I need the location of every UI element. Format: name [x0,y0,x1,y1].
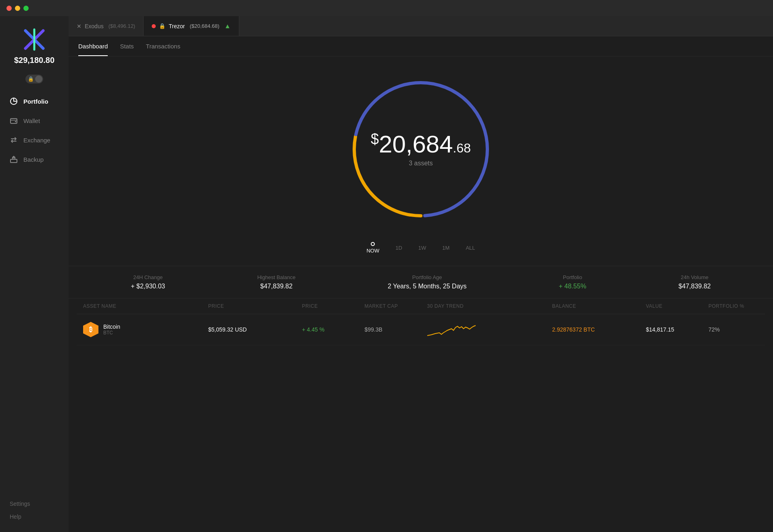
btc-portfolio-pct: 72% [708,326,758,333]
col-30day-trend: 30 DAY TREND [427,303,552,309]
sidebar-item-wallet[interactable]: Wallet [0,111,69,130]
table-header: ASSET NAME PRICE PRICE MARKET CAP 30 DAY… [77,298,765,314]
app-logo-icon [22,27,46,52]
sidebar-item-portfolio[interactable]: Portfolio [0,92,69,111]
btc-value: $14,817.15 [646,326,708,333]
sidebar-bottom: Settings Help [0,494,69,532]
titlebar [0,0,773,16]
btc-name-info: Bitcoin BTC [103,323,120,336]
dashboard-body: $20,684.68 3 assets NOW 1D 1W [69,56,773,532]
stat-24h-volume-value: $47,839.82 [679,283,711,290]
stat-24h-volume-label: 24h Volume [681,274,708,280]
table-row[interactable]: ₿ Bitcoin BTC $5,059.32 USD + 4.45 % $99… [77,314,765,345]
stat-24h-volume: 24h Volume $47,839.82 [679,274,711,290]
col-portfolio-pct: PORTFOLIO % [708,303,758,309]
col-price2: PRICE [302,303,365,309]
donut-dollar-sign: $ [371,131,379,147]
minimize-button[interactable] [15,6,20,11]
sidebar-lock: 🔒 [0,75,69,83]
time-all-label: ALL [466,245,475,251]
time-1d-label: 1D [395,245,402,251]
trezor-arrow-icon: ▲ [224,23,231,30]
stats-bar: 24H Change + $2,930.03 Highest Balance $… [69,266,773,298]
col-asset-name: ASSET NAME [83,303,208,309]
chart-area: $20,684.68 3 assets NOW 1D 1W [69,56,773,262]
wallet-icon [10,117,18,125]
time-1d[interactable]: 1D [395,245,402,251]
col-balance: BALANCE [552,303,646,309]
col-market-cap: MARKET CAP [365,303,427,309]
donut-main-amount: 20,684 [379,131,453,158]
backup-icon [10,155,18,163]
btc-mcap: $99.3B [365,326,427,333]
close-button[interactable] [6,6,12,11]
stat-portfolio: Portfolio + 48.55% [559,274,586,290]
stat-portfolio-age-label: Portfolio Age [412,274,442,280]
trezor-tab-label: Trezor [169,23,185,29]
stat-highest-balance-label: Highest Balance [257,274,296,280]
stat-24h-change-value: + $2,930.03 [131,283,165,290]
maximize-button[interactable] [23,6,29,11]
time-1w[interactable]: 1W [418,245,426,251]
btc-name: Bitcoin [103,323,120,330]
sidebar-logo: $29,180.80 [0,16,69,71]
col-price: PRICE [208,303,302,309]
stat-24h-change: 24H Change + $2,930.03 [131,274,165,290]
btc-icon: ₿ [83,322,98,337]
donut-cents: .68 [453,141,471,155]
time-1w-label: 1W [418,245,426,251]
sidebar-item-exchange[interactable]: Exchange [0,130,69,150]
tab-transactions[interactable]: Transactions [146,43,180,56]
donut-amount: $20,684.68 [371,132,471,156]
time-now-label: NOW [366,248,379,254]
exodus-tab-amount: ($8,496.12) [109,23,136,29]
stat-portfolio-value: + 48.55% [559,283,586,290]
exchange-icon [10,136,18,144]
tab-exodus[interactable]: ✕ Exodus ($8,496.12) [69,16,144,36]
tab-trezor[interactable]: 🔒 Trezor ($20,684.68) ▲ [144,16,239,36]
stat-highest-balance: Highest Balance $47,839.82 [257,274,296,290]
asset-name-cell-btc: ₿ Bitcoin BTC [83,322,208,337]
main-content: ✕ Exodus ($8,496.12) 🔒 Trezor ($20,684.6… [69,16,773,532]
donut-assets-label: 3 assets [371,160,471,167]
tab-dashboard[interactable]: Dashboard [78,43,108,56]
help-item[interactable]: Help [10,513,59,520]
time-all[interactable]: ALL [466,245,475,251]
assets-table: ASSET NAME PRICE PRICE MARKET CAP 30 DAY… [69,298,773,345]
nav-items: Portfolio Wallet [0,92,69,494]
exodus-tab-label: Exodus [85,23,104,29]
stat-portfolio-age-value: 2 Years, 5 Months, 25 Days [388,283,467,290]
tab-stats[interactable]: Stats [120,43,134,56]
sidebar: $29,180.80 🔒 Portfolio [0,16,69,532]
backup-label: Backup [23,156,44,163]
portfolio-icon [10,97,18,105]
tab-bar: ✕ Exodus ($8,496.12) 🔒 Trezor ($20,684.6… [69,16,773,36]
exchange-label: Exchange [23,137,50,144]
trezor-tab-amount: ($20,684.68) [190,23,219,29]
total-balance: $29,180.80 [14,56,54,65]
lock-toggle[interactable]: 🔒 [25,75,43,83]
svg-rect-7 [10,159,17,163]
lock-dot [35,75,42,83]
app-wrapper: $29,180.80 🔒 Portfolio [0,16,773,532]
stat-24h-change-label: 24H Change [133,274,163,280]
time-1m[interactable]: 1M [442,245,449,251]
stat-portfolio-label: Portfolio [563,274,582,280]
svg-rect-6 [15,121,16,122]
sub-nav: Dashboard Stats Transactions [69,36,773,56]
col-value: VALUE [646,303,708,309]
time-selector: NOW 1D 1W 1M ALL [366,238,475,258]
sidebar-item-backup[interactable]: Backup [0,150,69,169]
wallet-label: Wallet [23,117,40,124]
btc-change: + 4.45 % [302,326,365,333]
stat-highest-balance-value: $47,839.82 [260,283,292,290]
donut-wrapper: $20,684.68 3 assets [336,65,506,234]
donut-center: $20,684.68 3 assets [371,132,471,167]
btc-price: $5,059.32 USD [208,326,302,333]
trezor-lock-icon: 🔒 [159,23,165,29]
time-now[interactable]: NOW [366,242,379,254]
btc-sparkline [427,321,476,338]
settings-item[interactable]: Settings [10,501,59,507]
exodus-x-icon: ✕ [77,23,81,29]
time-dot-now [371,242,375,246]
